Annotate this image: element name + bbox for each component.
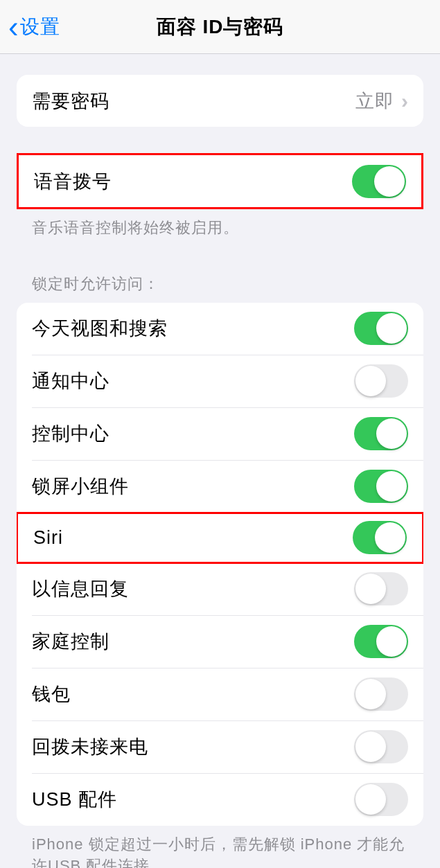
page-title: 面容 ID与密码 [157,14,284,40]
lock-item-toggle[interactable] [354,677,408,711]
toggle-knob [355,366,386,396]
lock-item-toggle[interactable] [354,783,408,816]
lock-item-label: 锁屏小组件 [32,474,129,499]
lock-item-label: 钱包 [32,682,71,707]
chevron-left-icon: ‹ [8,12,19,42]
lock-item-cell: 以信息回复 [17,563,423,615]
toggle-knob [355,784,386,815]
lock-item-cell: 今天视图和搜索 [17,303,423,355]
lock-item-cell: 控制中心 [17,408,423,460]
toggle-knob [374,166,405,197]
back-label: 设置 [20,14,60,40]
lock-item-toggle[interactable] [354,572,408,605]
require-passcode-cell[interactable]: 需要密码 立即 › [17,75,423,127]
toggle-knob [355,732,386,762]
navigation-bar: ‹ 设置 面容 ID与密码 [0,0,440,54]
toggle-knob [376,626,407,657]
lock-access-footer: iPhone 锁定超过一小时后，需先解锁 iPhone 才能允许USB 配件连接… [17,826,423,868]
lock-item-cell: USB 配件 [17,774,423,826]
lock-item-label: 控制中心 [32,421,109,446]
require-passcode-label: 需要密码 [32,89,109,114]
toggle-knob [355,574,386,604]
lock-item-cell: 回拨未接来电 [17,721,423,773]
lock-item-toggle[interactable] [353,521,407,554]
lock-item-toggle[interactable] [354,417,408,450]
toggle-knob [355,679,386,709]
lock-item-cell: 家庭控制 [17,616,423,668]
lock-item-label: 家庭控制 [32,629,109,654]
lock-item-cell: 通知中心 [17,355,423,407]
lock-access-header: 锁定时允许访问： [17,274,423,303]
lock-item-cell: 钱包 [17,668,423,720]
toggle-knob [375,522,405,553]
voice-dial-toggle[interactable] [352,165,406,198]
voice-dial-label: 语音拨号 [34,169,112,194]
back-button[interactable]: ‹ 设置 [0,12,60,42]
lock-item-cell: 锁屏小组件 [17,461,423,513]
lock-access-group: 今天视图和搜索通知中心控制中心锁屏小组件Siri以信息回复家庭控制钱包回拨未接来… [17,303,423,826]
voice-dial-group: 语音拨号 [17,153,423,209]
lock-item-toggle[interactable] [354,730,408,763]
require-passcode-value: 立即 [355,89,394,114]
voice-dial-cell: 语音拨号 [19,155,421,207]
toggle-knob [376,471,407,502]
lock-item-label: 回拨未接来电 [32,734,148,759]
lock-item-toggle[interactable] [354,470,408,503]
voice-dial-footer: 音乐语音控制将始终被启用。 [17,209,423,239]
lock-item-toggle[interactable] [354,364,408,398]
lock-item-label: 以信息回复 [32,576,129,601]
lock-item-label: 今天视图和搜索 [32,316,168,341]
lock-item-label: 通知中心 [32,369,109,393]
passcode-group: 需要密码 立即 › [17,75,423,127]
lock-item-cell: Siri [17,512,423,564]
lock-item-toggle[interactable] [354,312,408,345]
lock-item-label: USB 配件 [32,787,117,812]
cell-value-container: 立即 › [355,89,408,114]
toggle-knob [376,418,407,449]
chevron-right-icon: › [401,89,408,113]
content-area: 需要密码 立即 › 语音拨号 音乐语音控制将始终被启用。 锁定时允许访问： 今天… [0,54,440,868]
lock-item-toggle[interactable] [354,625,408,658]
lock-item-label: Siri [33,527,63,549]
toggle-knob [376,313,407,344]
